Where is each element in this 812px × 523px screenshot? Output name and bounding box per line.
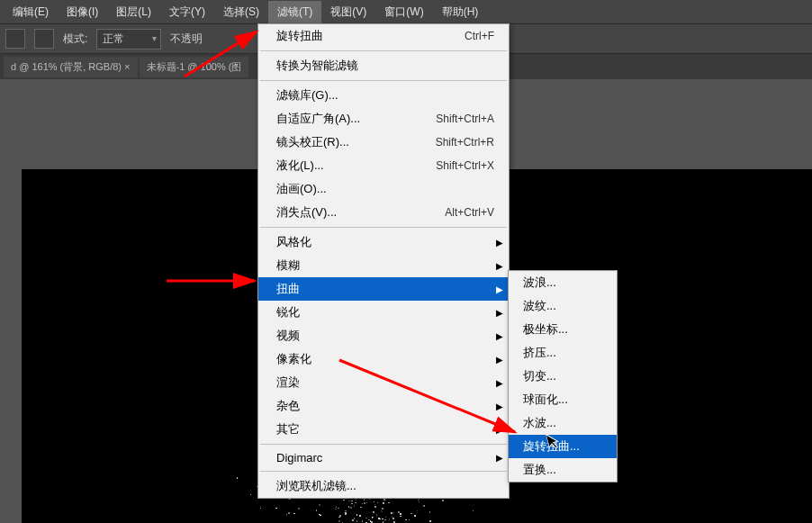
submenu-arrow-icon: ▶ — [496, 401, 503, 411]
menu-窗口[interactable]: 窗口(W) — [375, 1, 432, 23]
menu-item[interactable]: 像素化▶ — [258, 347, 509, 371]
menu-选择[interactable]: 选择(S) — [214, 1, 268, 23]
menu-item-label: 视频 — [276, 328, 300, 344]
submenu-arrow-icon: ▶ — [496, 284, 503, 294]
menu-item[interactable]: 视频▶ — [258, 324, 509, 347]
menu-item-label: 风格化 — [276, 234, 311, 250]
menu-item[interactable]: 旋转扭曲Ctrl+F — [258, 24, 509, 48]
tool-icon[interactable] — [5, 29, 25, 49]
menu-item-label: 像素化 — [276, 351, 311, 367]
opacity-label: 不透明 — [170, 32, 203, 47]
menu-帮助[interactable]: 帮助(H) — [433, 1, 488, 23]
submenu-item[interactable]: 切变... — [509, 365, 617, 388]
menu-图层[interactable]: 图层(L) — [107, 1, 160, 23]
menu-item-shortcut: Alt+Ctrl+V — [445, 206, 494, 219]
menu-item[interactable]: 自适应广角(A)...Shift+Ctrl+A — [258, 107, 509, 131]
submenu-arrow-icon: ▶ — [496, 331, 503, 341]
menu-separator — [260, 50, 507, 51]
submenu-item[interactable]: 置换... — [509, 458, 617, 482]
menu-item[interactable]: 消失点(V)...Alt+Ctrl+V — [258, 201, 509, 224]
menu-滤镜[interactable]: 滤镜(T) — [268, 1, 321, 23]
submenu-item[interactable]: 球面化... — [509, 388, 617, 411]
menu-item[interactable]: 滤镜库(G)... — [258, 84, 509, 107]
document-tab[interactable]: d @ 161% (背景, RGB/8) × — [4, 57, 138, 77]
submenu-item[interactable]: 挤压... — [509, 341, 617, 365]
menu-item-label: 扭曲 — [276, 281, 300, 297]
menu-item-label: 镜头校正(R)... — [276, 134, 349, 150]
menu-item[interactable]: 扭曲▶ — [258, 277, 509, 301]
submenu-arrow-icon: ▶ — [496, 378, 503, 388]
menu-separator — [260, 471, 507, 472]
menu-item[interactable]: 浏览联机滤镜... — [258, 474, 509, 498]
menu-item[interactable]: 液化(L)...Shift+Ctrl+X — [258, 154, 509, 177]
submenu-arrow-icon: ▶ — [496, 355, 503, 365]
menu-item-label: 滤镜库(G)... — [276, 87, 338, 104]
menu-item-label: 消失点(V)... — [276, 204, 337, 221]
menu-item-label: 其它 — [276, 421, 300, 437]
menu-item-label: 液化(L)... — [276, 158, 324, 174]
menu-item-shortcut: Ctrl+F — [465, 30, 494, 42]
menu-item-label: Digimarc — [276, 451, 322, 464]
menu-item[interactable]: 镜头校正(R)...Shift+Ctrl+R — [258, 131, 509, 154]
menu-item[interactable]: 渲染▶ — [258, 371, 509, 394]
submenu-arrow-icon: ▶ — [496, 453, 503, 463]
submenu-arrow-icon: ▶ — [496, 261, 503, 271]
submenu-arrow-icon: ▶ — [496, 425, 503, 435]
menu-item-shortcut: Shift+Ctrl+A — [436, 113, 494, 125]
menu-item-label: 浏览联机滤镜... — [276, 478, 356, 494]
menu-item-label: 杂色 — [276, 398, 300, 414]
menu-item[interactable]: 模糊▶ — [258, 254, 509, 277]
menu-视图[interactable]: 视图(V) — [321, 1, 375, 23]
menu-item-label: 自适应广角(A)... — [276, 111, 360, 127]
menu-item-label: 渲染 — [276, 374, 300, 391]
menu-编辑[interactable]: 编辑(E) — [4, 1, 58, 23]
menu-item-label: 模糊 — [276, 257, 300, 274]
menu-item[interactable]: 转换为智能滤镜 — [258, 54, 509, 77]
menu-item-label: 旋转扭曲 — [276, 28, 323, 44]
submenu-item[interactable]: 波纹... — [509, 294, 617, 318]
mode-dropdown[interactable]: 正常 ▾ — [96, 29, 161, 50]
menu-item-label: 油画(O)... — [276, 181, 327, 197]
menu-separator — [260, 444, 507, 445]
menu-item[interactable]: Digimarc▶ — [258, 447, 509, 468]
menu-separator — [260, 227, 507, 228]
submenu-item[interactable]: 波浪... — [509, 271, 617, 294]
submenu-item[interactable]: 水波... — [509, 411, 617, 435]
menu-item[interactable]: 锐化▶ — [258, 301, 509, 324]
menu-separator — [260, 80, 507, 81]
menu-item[interactable]: 杂色▶ — [258, 394, 509, 418]
menu-item-shortcut: Shift+Ctrl+R — [436, 136, 494, 149]
menu-item-shortcut: Shift+Ctrl+X — [436, 159, 494, 172]
mode-value: 正常 — [103, 32, 124, 45]
tool-icon-2[interactable] — [34, 29, 54, 49]
menu-item[interactable]: 风格化▶ — [258, 230, 509, 254]
submenu-arrow-icon: ▶ — [496, 238, 503, 248]
menu-item[interactable]: 其它▶ — [258, 418, 509, 441]
menu-文字[interactable]: 文字(Y) — [160, 1, 214, 23]
menu-item-label: 锐化 — [276, 304, 300, 320]
menubar: 编辑(E)图像(I)图层(L)文字(Y)选择(S)滤镜(T)视图(V)窗口(W)… — [0, 0, 812, 23]
menu-图像[interactable]: 图像(I) — [58, 1, 107, 23]
menu-item-label: 转换为智能滤镜 — [276, 58, 358, 74]
document-tab[interactable]: 未标题-1 @ 100% (图 — [140, 57, 249, 77]
menu-item[interactable]: 油画(O)... — [258, 177, 509, 201]
dropdown-arrow-icon: ▾ — [152, 33, 157, 43]
submenu-arrow-icon: ▶ — [496, 308, 503, 318]
submenu-item[interactable]: 极坐标... — [509, 318, 617, 341]
mode-label: 模式: — [63, 32, 87, 47]
filter-menu-dropdown: 旋转扭曲Ctrl+F转换为智能滤镜滤镜库(G)...自适应广角(A)...Shi… — [257, 23, 510, 499]
